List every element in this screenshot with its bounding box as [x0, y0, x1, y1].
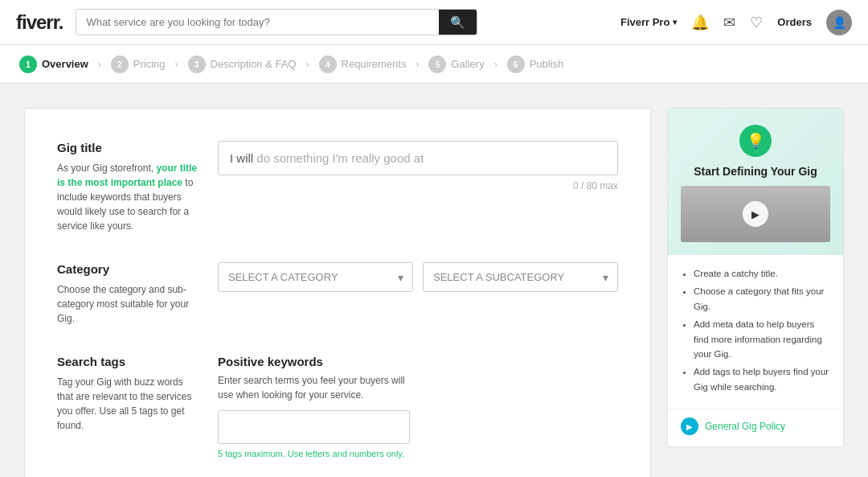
tip-list: Create a catchy title. Choose a category…: [668, 255, 843, 409]
tags-note: 5 tags maximum. Use letters and numbers …: [218, 449, 410, 458]
fiverr-pro-link[interactable]: Fiverr Pro ▾: [620, 16, 677, 28]
lightbulb-icon: 💡: [739, 125, 772, 157]
chevron-down-icon: ▾: [673, 18, 677, 27]
category-right: SELECT A CATEGORY SELECT A SUBCATEGORY: [218, 262, 618, 326]
tip-list-item: Add tags to help buyers find your Gig wh…: [694, 364, 830, 394]
step-description[interactable]: 3 Description & FAQ: [185, 56, 300, 73]
step-publish[interactable]: 6 Publish: [504, 56, 567, 73]
gig-title-char-count: 0 / 80 max: [218, 180, 618, 191]
positive-kw-desc: Enter search terms you feel your buyers …: [218, 373, 410, 402]
form-card: Gig title As your Gig storefront, your t…: [24, 108, 651, 477]
notifications-icon[interactable]: 🔔: [691, 14, 709, 31]
play-button[interactable]: ▶: [743, 201, 768, 227]
avatar[interactable]: 👤: [826, 10, 852, 35]
search-tags-desc: Tag your Gig with buzz words that are re…: [57, 375, 202, 433]
tags-kw-inner: Positive keywords Enter search terms you…: [218, 355, 618, 458]
tip-video-thumbnail[interactable]: ▶: [681, 186, 830, 242]
tip-footer: ▶ General Gig Policy: [668, 409, 843, 446]
step-label-pricing: Pricing: [133, 58, 166, 70]
step-overview[interactable]: 1 Overview: [16, 56, 92, 73]
gig-title-placeholder: do something I'm really good at: [256, 151, 424, 165]
wishlist-icon[interactable]: ♡: [750, 14, 763, 31]
search-bar: 🔍: [76, 9, 477, 35]
category-section: Category Choose the category and sub-cat…: [57, 262, 618, 326]
search-input[interactable]: [76, 10, 439, 35]
gig-title-label: Gig title: [57, 141, 202, 154]
tip-list-item: Choose a category that fits your Gig.: [694, 284, 830, 314]
tip-list-item: Add meta data to help buyers find more i…: [694, 317, 830, 361]
tags-kw-section: Search tags Tag your Gig with buzz words…: [57, 355, 618, 458]
step-arrow-5: ›: [494, 59, 497, 70]
search-tags-left: Search tags Tag your Gig with buzz words…: [57, 355, 202, 458]
step-num-1: 1: [19, 56, 37, 73]
gig-title-desc: As your Gig storefront, your title is th…: [57, 161, 202, 233]
header-right: Fiverr Pro ▾ 🔔 ✉ ♡ Orders 👤: [620, 10, 852, 35]
tip-list-item: Create a catchy title.: [694, 266, 830, 281]
category-left: Category Choose the category and sub-cat…: [57, 262, 202, 326]
category-desc: Choose the category and sub-category mos…: [57, 282, 202, 326]
gig-title-section: Gig title As your Gig storefront, your t…: [57, 141, 618, 233]
gig-title-right: I will do something I'm really good at 0…: [218, 141, 618, 233]
step-num-4: 4: [319, 56, 337, 73]
header: fiverr. 🔍 Fiverr Pro ▾ 🔔 ✉ ♡ Orders 👤: [0, 0, 868, 45]
category-select-wrap: SELECT A CATEGORY: [218, 262, 413, 292]
gig-policy-icon: ▶: [681, 417, 698, 435]
step-arrow-2: ›: [175, 59, 178, 70]
gig-title-left: Gig title As your Gig storefront, your t…: [57, 141, 202, 233]
step-label-gallery: Gallery: [451, 58, 484, 70]
search-button[interactable]: 🔍: [439, 10, 477, 35]
step-pricing[interactable]: 2 Pricing: [108, 56, 169, 73]
gig-title-prefix: I will: [230, 151, 253, 165]
tip-title: Start Defining Your Gig: [681, 165, 830, 178]
positive-kw-col: Positive keywords Enter search terms you…: [218, 355, 410, 458]
step-num-6: 6: [507, 56, 525, 73]
category-label: Category: [57, 262, 202, 276]
gig-title-input-wrap[interactable]: I will do something I'm really good at: [218, 141, 618, 175]
orders-link[interactable]: Orders: [777, 16, 812, 28]
step-arrow-1: ›: [98, 59, 101, 70]
category-select[interactable]: SELECT A CATEGORY: [218, 262, 413, 292]
subcategory-select-wrap: SELECT A SUBCATEGORY: [423, 262, 618, 292]
general-gig-policy-link[interactable]: General Gig Policy: [705, 421, 785, 432]
step-arrow-3: ›: [306, 59, 309, 70]
sidebar: 💡 Start Defining Your Gig ▶ Create a cat…: [667, 108, 844, 477]
positive-kw-label: Positive keywords: [218, 355, 410, 368]
gig-title-desc-link: your title is the most important place: [57, 162, 197, 188]
step-label-description: Description & FAQ: [211, 58, 297, 70]
tags-kw-right: Positive keywords Enter search terms you…: [218, 355, 618, 458]
main-content: Gig title As your Gig storefront, your t…: [8, 84, 860, 477]
logo[interactable]: fiverr.: [16, 11, 63, 34]
step-arrow-4: ›: [416, 59, 419, 70]
step-label-publish: Publish: [530, 58, 564, 70]
step-requirements[interactable]: 4 Requirements: [316, 56, 410, 73]
step-label-overview: Overview: [42, 58, 88, 70]
positive-kw-input[interactable]: [218, 410, 410, 444]
tip-card: 💡 Start Defining Your Gig ▶ Create a cat…: [667, 108, 844, 447]
step-num-5: 5: [428, 56, 446, 73]
step-num-3: 3: [188, 56, 206, 73]
search-tags-label: Search tags: [57, 355, 202, 368]
messages-icon[interactable]: ✉: [723, 14, 735, 31]
category-row: SELECT A CATEGORY SELECT A SUBCATEGORY: [218, 262, 618, 292]
tip-card-header: 💡 Start Defining Your Gig ▶: [668, 109, 843, 255]
step-num-2: 2: [111, 56, 129, 73]
stepper-nav: 1 Overview › 2 Pricing › 3 Description &…: [0, 45, 868, 84]
subcategory-select[interactable]: SELECT A SUBCATEGORY: [423, 262, 618, 292]
step-gallery[interactable]: 5 Gallery: [425, 56, 487, 73]
step-label-requirements: Requirements: [342, 58, 407, 70]
